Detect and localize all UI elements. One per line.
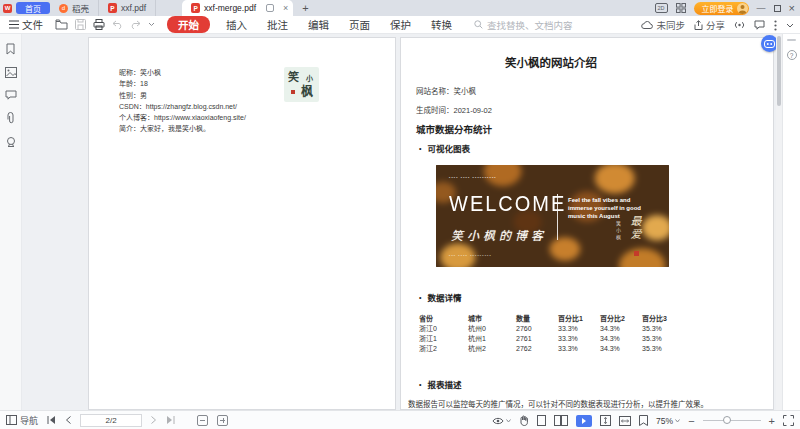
next-view-icon[interactable]: [217, 415, 228, 426]
sync-label: 未同步: [656, 18, 685, 32]
search-input[interactable]: 查找替换、文档内容: [474, 18, 573, 32]
share-icon: [694, 20, 703, 30]
redo-icon[interactable]: [130, 20, 141, 29]
read-aloud-icon[interactable]: [734, 20, 745, 30]
ribbon-tab-convert[interactable]: 转换: [421, 17, 462, 32]
report-description: 数据报告可以监控每天的推广情况，可以针对不同的数据表现进行分析，以提升推广效果。: [408, 398, 738, 409]
fit-width-icon[interactable]: [619, 416, 631, 426]
play-presentation-button[interactable]: [576, 415, 592, 427]
fit-page-icon[interactable]: [600, 415, 611, 426]
cell: 35.3%: [642, 324, 682, 334]
first-page-icon[interactable]: [47, 416, 56, 424]
hamburger-icon: [9, 20, 19, 29]
tab-xxf-pdf[interactable]: P xxf.pdf: [99, 0, 156, 16]
site-name-line: 网站名称：笑小枫: [416, 85, 476, 96]
table-row: 浙江2 杭州2 2762 33.3% 34.3% 35.3%: [419, 344, 719, 354]
customize-toolbar-caret-icon[interactable]: [148, 22, 155, 27]
ribbon-tab-comment[interactable]: 批注: [257, 17, 298, 32]
banner-bottom-caption: ▪▪▪ ▪▪▪▪ ▪▪▪▪▪▪▪▪▪: [449, 253, 492, 258]
file-menu-label: 文件: [22, 17, 43, 32]
cell: 杭州2: [468, 344, 516, 354]
tab-home[interactable]: 首页: [16, 2, 50, 14]
zoom-in-button[interactable]: +: [769, 415, 775, 427]
actual-size-icon[interactable]: [639, 415, 648, 426]
share-label: 分享: [706, 18, 725, 32]
cell: 35.3%: [642, 334, 682, 344]
col-header: 百分比2: [600, 314, 642, 324]
last-page-icon[interactable]: [166, 416, 175, 424]
print-icon[interactable]: [93, 19, 105, 30]
new-tab-button[interactable]: +: [302, 2, 308, 14]
cell: 35.3%: [642, 344, 682, 354]
title-tab-bar: W 首页 d 稻壳 P xxf.pdf P xxf-merge.pdf × + …: [0, 0, 800, 16]
bookmark-icon[interactable]: [5, 43, 16, 55]
blog-banner-image: ▪▪▪▪ ▪▪▪▪ ▪▪▪▪▪▪▪▪▪▪ WELCOME 笑小枫的博客 Feel…: [436, 165, 669, 267]
navigation-toggle[interactable]: 导航: [6, 414, 38, 427]
login-label: 立即登录: [702, 3, 734, 14]
city-data-table: 省份 城市 数量 百分比1 百分比2 百分比3 浙江0 杭州0 2760 33.…: [419, 314, 719, 354]
banner-blog-name: 笑小枫的博客: [451, 226, 547, 243]
zoom-slider[interactable]: [703, 420, 761, 421]
ribbon-tab-insert[interactable]: 插入: [216, 17, 257, 32]
menu-bar: 文件 开始 插入 批注 编辑 页面 保护 转换 查找替换、文档内容: [0, 16, 800, 34]
navigation-pane-icon: [6, 415, 17, 425]
cell: 34.3%: [600, 334, 642, 344]
single-page-view-icon[interactable]: [537, 415, 546, 426]
maximize-button[interactable]: [774, 5, 781, 12]
tab-close-icon[interactable]: ×: [283, 3, 288, 13]
annotation-icon[interactable]: [5, 90, 17, 100]
save-icon[interactable]: [75, 19, 86, 30]
bullet-report-desc: •报表描述: [419, 378, 461, 390]
profile-line: 个人博客：https://www.xiaoxiaofeng.site/: [119, 112, 246, 123]
col-header: 数量: [516, 314, 558, 324]
eye-icon: [492, 417, 504, 425]
hand-tool-icon[interactable]: [519, 415, 529, 426]
section-heading: 城市数据分布统计: [416, 122, 492, 136]
ribbon-tab-start[interactable]: 开始: [167, 16, 210, 33]
bullet-data-detail: •数据详情: [419, 291, 461, 303]
zoom-out-button[interactable]: −: [688, 415, 694, 427]
ribbon-tab-page[interactable]: 页面: [339, 17, 380, 32]
tab-xxf-merge-pdf[interactable]: P xxf-merge.pdf ×: [182, 0, 293, 16]
sync-status[interactable]: 未同步: [641, 18, 685, 32]
thumbnail-image-icon[interactable]: [5, 67, 17, 78]
help-icon[interactable]: ?: [787, 50, 797, 60]
ribbon-tab-protect[interactable]: 保护: [380, 17, 421, 32]
two-page-view-icon[interactable]: [554, 415, 568, 426]
zoom-level[interactable]: 75%: [656, 416, 680, 426]
scrollbar-thumb[interactable]: [777, 36, 781, 106]
zoom-slider-knob[interactable]: [723, 416, 731, 424]
logo-char: 枫: [301, 82, 313, 99]
stamp-icon[interactable]: [5, 136, 17, 148]
tab-docer[interactable]: d 稻壳: [50, 0, 99, 16]
fullscreen-icon[interactable]: [783, 415, 794, 426]
pdf-file-icon: P: [108, 3, 117, 13]
undo-icon[interactable]: [112, 20, 123, 29]
minimize-button[interactable]: —: [757, 0, 766, 16]
more-icon[interactable]: [774, 20, 777, 31]
cell: 33.3%: [558, 344, 600, 354]
page-indicator-input[interactable]: 2/2: [80, 414, 142, 427]
panel-collapse-handle[interactable]: [787, 39, 796, 41]
login-button[interactable]: 立即登录: [694, 2, 749, 15]
ribbon-tab-edit[interactable]: 编辑: [298, 17, 339, 32]
close-button[interactable]: ×: [789, 0, 795, 16]
tab-label: xxf.pdf: [121, 3, 146, 13]
bullet-label: 可视化图表: [427, 144, 470, 154]
prev-view-icon[interactable]: [197, 415, 208, 426]
tab-detach-icon[interactable]: [266, 4, 274, 12]
previous-page-icon[interactable]: [65, 416, 71, 424]
next-page-icon[interactable]: [151, 416, 157, 424]
eye-protect-mode[interactable]: [492, 417, 511, 425]
share-button[interactable]: 分享: [694, 18, 725, 32]
comment-icon[interactable]: [754, 20, 765, 30]
file-menu[interactable]: 文件: [0, 17, 49, 32]
cell: 浙江1: [419, 334, 468, 344]
open-folder-icon[interactable]: [55, 19, 68, 30]
col-header: 城市: [468, 314, 516, 324]
document-canvas: 昵称：笑小枫 年龄：18 性别：男 CSDN：https://zhangfz.b…: [0, 34, 800, 410]
2d-view-icon[interactable]: 2D: [655, 3, 668, 13]
collapse-ribbon-icon[interactable]: [786, 23, 794, 28]
attachment-icon[interactable]: [6, 112, 15, 124]
apps-grid-icon[interactable]: [676, 3, 686, 13]
